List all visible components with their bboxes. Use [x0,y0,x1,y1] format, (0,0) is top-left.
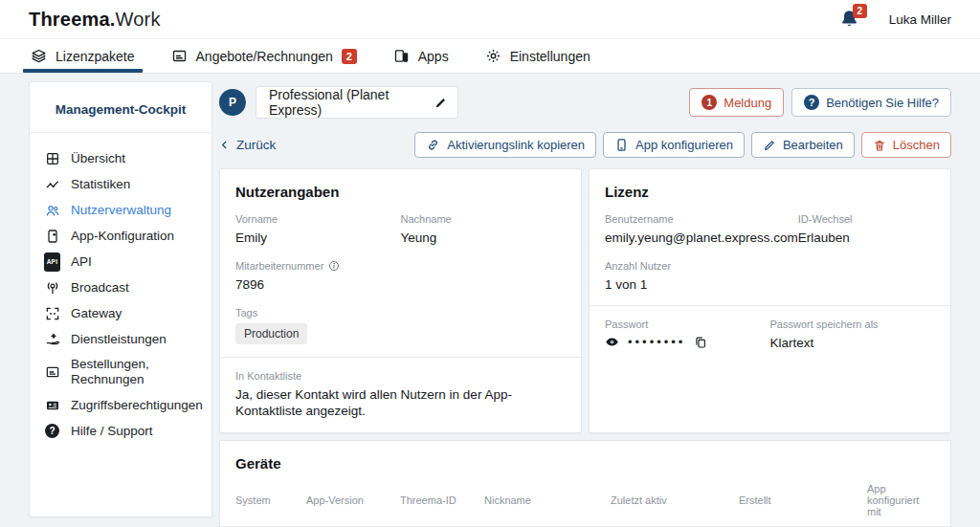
link-icon [426,138,440,152]
topbar: Threema.Work 2 Luka Miller [0,0,980,39]
sidebar-item-broadcast[interactable]: Broadcast [30,274,212,300]
help-label: Benötigen Sie Hilfe? [826,96,939,110]
tab-label: Einstellungen [510,49,590,64]
field-value: Erlauben [798,230,935,246]
tab-label: Apps [418,49,449,64]
sidebar-item-statistiken[interactable]: Statistiken [30,171,212,197]
field-passwort: Passwort •••••••• [605,318,770,351]
help-icon [44,423,60,439]
field-value: Ja, dieser Kontakt wird allen Nutzern in… [235,386,566,419]
column-header: System [235,494,295,506]
package-avatar: P [219,89,246,116]
sidebar-item-label: Dienstleistungen [71,332,167,347]
field-nachname: Nachname Yeung [401,213,567,246]
notifications-button[interactable]: 2 [839,9,860,30]
app-logo[interactable]: Threema.Work [29,9,161,31]
pencil-icon [763,139,776,152]
field-value: 7896 [235,276,401,293]
tab-badge: 2 [342,49,357,64]
divider [220,357,581,358]
logo-light: Work [116,9,161,30]
column-header: App konfiguriert mit [867,483,935,517]
sidebar-item-label: Gateway [71,306,122,321]
configure-app-label: App konfigurieren [635,138,733,152]
copy-activation-link-label: Aktivierungslink kopieren [447,138,585,152]
devices-icon [393,48,410,64]
field-label: Tags [235,307,566,318]
tab-apps[interactable]: Apps [391,39,451,73]
chevron-left-icon [219,140,230,150]
devices-card: Geräte System App-Version Threema-ID Nic… [219,440,951,527]
invoice-icon [44,364,60,381]
back-link[interactable]: Zurück [219,138,276,152]
field-label: Anzahl Nutzer [605,260,770,272]
field-label: Mitarbeiternummer [235,260,323,272]
field-label: Nachname [401,213,567,225]
column-header: Threema-ID [400,494,473,506]
field-anzahl-nutzer: Anzahl Nutzer 1 von 1 [605,260,770,293]
back-label: Zurück [236,138,276,152]
tab-einstellungen[interactable]: Einstellungen [483,39,592,73]
sidebar-item-label: API [71,254,92,270]
field-value: 1 von 1 [605,276,770,293]
delete-button[interactable]: Löschen [861,132,951,158]
sidebar-item-label: Statistiken [71,177,130,192]
field-value: Emily [235,230,401,246]
id-card-icon [44,397,60,413]
field-label: In Kontaktliste [235,370,566,382]
column-header: Nickname [484,494,599,506]
gear-icon [485,48,501,64]
column-header: Zuletzt aktiv [611,494,727,506]
edit-button[interactable]: Bearbeiten [751,132,855,158]
card-title: Lizenz [605,184,935,200]
sidebar-item-gateway[interactable]: Gateway [30,300,212,326]
sidebar-item-hilfe-support[interactable]: Hilfe / Support [30,418,212,444]
sidebar-item-label: App-Konfiguration [71,229,174,244]
password-masked-value: •••••••• [628,336,685,349]
tab-angebote-rechnungen[interactable]: Angebote/Rechnungen 2 [169,39,359,73]
license-card: Lizenz Benutzername emily.yeung@planet.e… [589,168,951,433]
field-value: Yeung [401,230,567,246]
user-details-card: Nutzerangaben Vorname Emily Nachname Yeu… [219,168,582,433]
field-label: Passwort speichern als [770,318,936,330]
field-value: Klartext [770,335,936,351]
sidebar-item-app-konfiguration[interactable]: App-Konfiguration [30,223,212,249]
copy-activation-link-button[interactable]: Aktivierungslink kopieren [414,132,596,158]
info-icon[interactable] [328,260,340,272]
sidebar-item-uebersicht[interactable]: Übersicht [30,145,212,171]
stats-icon [44,176,60,192]
logo-bold: Threema. [29,9,116,30]
sidebar-item-label: Zugriffsberechtigungen [71,398,203,413]
user-name[interactable]: Luka Miller [889,12,951,27]
sidebar-item-bestellungen-rechnungen[interactable]: Bestellungen, Rechnungen [30,352,212,392]
divider [590,305,950,306]
delete-label: Löschen [893,138,940,152]
gateway-icon [44,305,60,321]
configure-app-button[interactable]: App konfigurieren [603,132,745,158]
sidebar-item-nutzerverwaltung[interactable]: Nutzerverwaltung [30,197,212,223]
tab-label: Lizenzpakete [56,49,135,64]
phone-icon [614,138,629,152]
field-kontaktliste: In Kontaktliste Ja, dieser Kontakt wird … [235,370,566,419]
sidebar-item-api[interactable]: API API [30,249,212,274]
field-tags: Tags Production [235,307,566,344]
copy-password-icon[interactable] [694,336,707,349]
broadcast-icon [44,279,60,296]
tab-lizenzpakete[interactable]: Lizenzpakete [29,39,137,73]
sidebar-item-dienstleistungen[interactable]: Dienstleistungen [30,326,212,352]
sidebar-item-zugriffsberechtigungen[interactable]: Zugriffsberechtigungen [30,392,212,418]
card-title: Geräte [235,455,935,472]
field-vorname: Vorname Emily [235,213,401,246]
tab-label: Angebote/Rechnungen [196,49,333,64]
invoice-icon [171,48,188,64]
package-select[interactable]: Professional (Planet Express) [256,86,458,119]
sidebar-item-label: Hilfe / Support [71,424,153,439]
help-button[interactable]: Benötigen Sie Hilfe? [791,88,951,117]
show-password-eye-icon[interactable] [605,335,619,349]
meldung-button[interactable]: 1 Meldung [689,88,784,117]
sidebar-item-label: Nutzerverwaltung [71,203,171,218]
edit-package-icon[interactable] [434,96,448,110]
sidebar: Management-Cockpit Übersicht [29,81,212,517]
field-label: Benutzername [605,213,798,225]
trash-icon [873,139,886,152]
